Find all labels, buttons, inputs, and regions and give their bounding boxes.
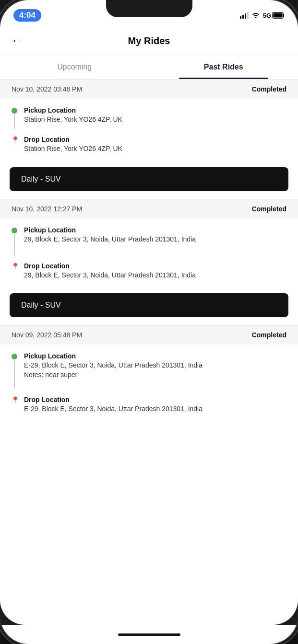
pickup-label: Pickup Location <box>24 106 286 114</box>
drop-label: Drop Location <box>24 396 286 403</box>
drop-text: Drop Location 29, Block E, Sector 3, Noi… <box>24 262 286 280</box>
pickup-text: Pickup Location E-29, Block E, Sector 3,… <box>24 352 286 380</box>
ride-type-banner: Daily - SUV <box>10 167 288 191</box>
tab-past-rides[interactable]: Past Rides <box>149 55 298 79</box>
ride-type-banner: Daily - SUV <box>10 293 288 317</box>
connector-line <box>14 234 15 255</box>
ride-header: Nov 10, 2022 03:48 PM Completed <box>0 80 298 99</box>
svg-rect-1 <box>283 14 284 17</box>
home-indicator <box>0 625 298 644</box>
ride-header: Nov 09, 2022 05:48 PM Completed <box>0 325 298 345</box>
pickup-dot-icon <box>12 354 17 359</box>
drop-address: E-29, Block E, Sector 3, Noida, Uttar Pr… <box>24 404 286 414</box>
pickup-icon-wrapper <box>12 352 17 390</box>
pickup-address: 29, Block E, Sector 3, Noida, Uttar Prad… <box>24 235 286 244</box>
page-title: My Rides <box>30 35 268 46</box>
tabs: Upcoming Past Rides <box>0 55 298 80</box>
ride-details: Pickup Location Station Rise, York YO26 … <box>0 99 298 165</box>
drop-icon-wrapper <box>12 396 17 404</box>
pickup-dot-icon <box>12 228 17 233</box>
notch <box>106 0 192 17</box>
drop-text: Drop Location Station Rise, York YO26 4Z… <box>24 136 286 154</box>
ride-date: Nov 10, 2022 12:27 PM <box>12 205 82 213</box>
drop-text: Drop Location E-29, Block E, Sector 3, N… <box>24 396 286 414</box>
ride-details: Pickup Location 29, Block E, Sector 3, N… <box>0 218 298 292</box>
drop-row: Drop Location Station Rise, York YO26 4Z… <box>12 136 286 154</box>
pickup-row: Pickup Location Station Rise, York YO26 … <box>12 106 286 130</box>
drop-label: Drop Location <box>24 136 286 143</box>
pickup-row: Pickup Location 29, Block E, Sector 3, N… <box>12 226 286 256</box>
phone-shell: 4:04 5G <box>0 0 298 644</box>
drop-pin-icon <box>12 264 17 270</box>
drop-icon-wrapper <box>12 136 17 144</box>
ride-item: Nov 10, 2022 03:48 PM Completed Pickup L… <box>0 80 298 191</box>
pickup-icon-wrapper <box>12 106 17 130</box>
pickup-text: Pickup Location 29, Block E, Sector 3, N… <box>24 226 286 244</box>
connector-line <box>14 360 15 389</box>
pickup-row: Pickup Location E-29, Block E, Sector 3,… <box>12 352 286 390</box>
ride-status: Completed <box>252 85 286 93</box>
drop-address: 29, Block E, Sector 3, Noida, Uttar Prad… <box>24 271 286 280</box>
drop-pin-icon <box>12 397 17 404</box>
tab-upcoming[interactable]: Upcoming <box>0 55 149 79</box>
ride-status: Completed <box>252 205 286 213</box>
ride-status: Completed <box>252 331 286 339</box>
pickup-text: Pickup Location Station Rise, York YO26 … <box>24 106 286 125</box>
pickup-address: Station Rise, York YO26 4ZP, UK <box>24 115 286 125</box>
pickup-dot-icon <box>12 108 17 114</box>
ride-date: Nov 09, 2022 05:48 PM <box>12 331 82 339</box>
svg-rect-2 <box>274 13 283 18</box>
connector-line <box>14 115 15 129</box>
drop-pin-icon <box>12 137 17 144</box>
drop-address: Station Rise, York YO26 4ZP, UK <box>24 144 286 154</box>
home-bar <box>118 633 180 636</box>
ride-details: Pickup Location E-29, Block E, Sector 3,… <box>0 345 298 426</box>
pickup-label: Pickup Location <box>24 352 286 360</box>
battery-icon: 5G <box>263 12 285 19</box>
status-time: 4:04 <box>13 9 41 22</box>
app-screen: ← My Rides Upcoming Past Rides Nov 10, 2… <box>0 27 298 625</box>
ride-date: Nov 10, 2022 03:48 PM <box>12 85 82 93</box>
pickup-icon-wrapper <box>12 226 17 256</box>
drop-icon-wrapper <box>12 262 17 270</box>
back-button[interactable]: ← <box>12 34 22 47</box>
pickup-address: E-29, Block E, Sector 3, Noida, Uttar Pr… <box>24 361 286 380</box>
ride-item: Nov 10, 2022 12:27 PM Completed Pickup L… <box>0 199 298 318</box>
signal-bars-icon <box>240 12 249 19</box>
ride-item: Nov 09, 2022 05:48 PM Completed Pickup L… <box>0 325 298 426</box>
wifi-icon <box>251 12 260 20</box>
drop-row: Drop Location 29, Block E, Sector 3, Noi… <box>12 262 286 280</box>
ride-header: Nov 10, 2022 12:27 PM Completed <box>0 199 298 218</box>
app-header: ← My Rides <box>0 27 298 55</box>
status-icons: 5G <box>240 12 285 20</box>
pickup-label: Pickup Location <box>24 226 286 234</box>
drop-row: Drop Location E-29, Block E, Sector 3, N… <box>12 396 286 414</box>
drop-label: Drop Location <box>24 262 286 270</box>
